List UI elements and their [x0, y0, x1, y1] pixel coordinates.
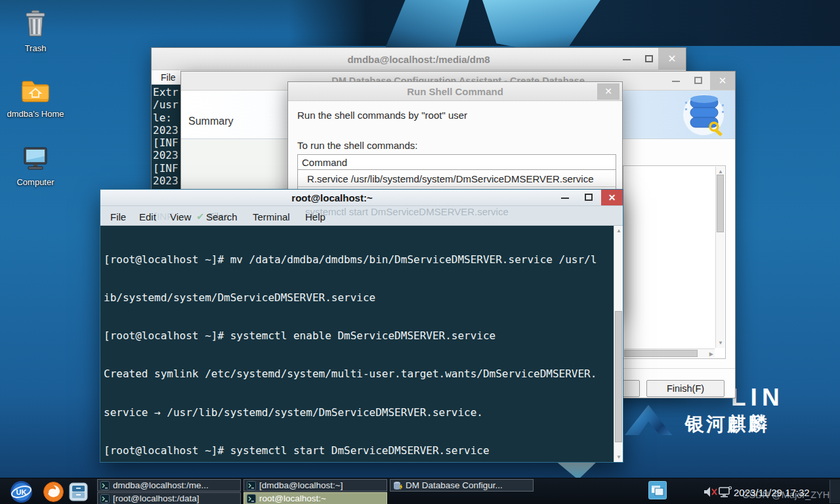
- terminal-line: service → /usr/lib/systemd/system/DmServ…: [104, 406, 614, 419]
- home-folder-icon: [20, 77, 51, 104]
- window-switcher-icon[interactable]: [648, 481, 667, 499]
- terminal-icon: [247, 494, 256, 503]
- ghost-check-icon: ✔: [196, 211, 205, 222]
- terminal-line: [root@localhost ~]# systemctl enable DmS…: [104, 329, 614, 342]
- menu-help[interactable]: Help: [305, 211, 326, 222]
- computer-icon: [20, 146, 51, 172]
- taskbar-item-label: DM Database Configur...: [406, 480, 503, 490]
- trash-icon: [21, 9, 50, 38]
- minimize-icon[interactable]: [623, 59, 631, 60]
- taskbar-item-root-terminal-active[interactable]: root@localhost:~: [243, 492, 387, 504]
- terminal-line: ib/systemd/system/DmServiceDMSERVER.serv…: [104, 291, 614, 304]
- close-button[interactable]: ✕: [601, 190, 623, 205]
- summary-textarea[interactable]: ▲ ▼ ▶: [623, 165, 726, 359]
- show-desktop-button[interactable]: [830, 480, 840, 503]
- menu-view[interactable]: View: [170, 211, 191, 222]
- minimize-icon[interactable]: [672, 81, 680, 82]
- svg-text:UK: UK: [16, 488, 27, 496]
- kylin-brand-text: LIN: [731, 384, 784, 411]
- firefox-icon[interactable]: [43, 482, 64, 502]
- desktop-icon-label: Computer: [5, 177, 66, 187]
- start-menu-button[interactable]: UK: [10, 480, 33, 503]
- menu-terminal[interactable]: Terminal: [253, 211, 290, 222]
- menu-file[interactable]: File: [110, 211, 126, 222]
- scroll-down-icon[interactable]: ▼: [616, 454, 621, 460]
- terminal-output[interactable]: [root@localhost ~]# mv /data/dmdba/dmdbm…: [100, 226, 614, 462]
- taskbar: UK dmdba@localhost:/me...: [0, 478, 840, 504]
- command-row[interactable]: R.service /usr/lib/systemd/system/DmServ…: [298, 171, 616, 187]
- desktop: LIN 银河麒麟 Trash dmdba's Home Co: [0, 0, 840, 504]
- vertical-scrollbar[interactable]: ▲ ▼: [614, 226, 623, 462]
- scroll-down-icon[interactable]: ▼: [718, 340, 723, 346]
- close-button[interactable]: ✕: [597, 83, 620, 100]
- maximize-icon[interactable]: [645, 55, 653, 62]
- close-button[interactable]: ✕: [710, 72, 735, 90]
- window-title: root@localhost:~: [100, 192, 564, 203]
- close-button[interactable]: ✕: [658, 48, 686, 70]
- scrollbar-thumb[interactable]: [717, 175, 724, 232]
- command-column-header: Command: [298, 155, 616, 170]
- taskbar-item-label: [dmdba@localhost:~]: [259, 480, 343, 490]
- kylin-brand-chinese: 银河麒麟: [685, 411, 769, 438]
- wizard-step-title: Summary: [188, 116, 233, 127]
- menu-file[interactable]: File: [161, 72, 176, 83]
- run-shell-intro: Run the shell commands by "root" user: [297, 110, 467, 121]
- horizontal-scrollbar[interactable]: ▶: [624, 348, 715, 358]
- titlebar[interactable]: Run Shell Command ✕: [288, 82, 622, 101]
- maximize-icon[interactable]: [585, 194, 593, 201]
- desktop-icon-label: Trash: [5, 43, 66, 53]
- scroll-up-icon[interactable]: ▲: [718, 169, 723, 175]
- titlebar[interactable]: dmdba@localhost:/media/dm8 ✕: [152, 48, 686, 70]
- ghost-text: systemctl start DmServiceDMSERVER.servic…: [305, 206, 509, 217]
- database-illustration: [671, 93, 728, 137]
- window-title: Run Shell Command: [288, 86, 622, 97]
- taskbar-item-label: dmdba@localhost:/me...: [113, 480, 209, 490]
- taskbar-item-dmdba-media[interactable]: dmdba@localhost:/me...: [97, 479, 241, 492]
- taskbar-item-root-data[interactable]: [root@localhost:/data]: [97, 492, 241, 504]
- scroll-up-icon[interactable]: ▲: [616, 228, 621, 234]
- scrollbar-thumb[interactable]: [615, 311, 622, 442]
- menu-search[interactable]: Search: [206, 211, 238, 222]
- maximize-icon[interactable]: [694, 77, 702, 84]
- menubar: [INF ✔ Files systemctl start DmServiceDM…: [100, 206, 623, 226]
- terminal-line: [root@localhost ~]# systemctl start DmSe…: [104, 444, 614, 457]
- window-title: dmdba@localhost:/media/dm8: [152, 54, 686, 65]
- desktop-icon-home[interactable]: dmdba's Home: [5, 77, 66, 119]
- desktop-icon-trash[interactable]: Trash: [5, 9, 66, 53]
- minimize-icon[interactable]: [561, 198, 569, 199]
- vertical-scrollbar[interactable]: ▲ ▼: [715, 167, 724, 348]
- scrollbar-thumb[interactable]: [624, 350, 698, 357]
- desktop-icon-computer[interactable]: Computer: [5, 146, 66, 187]
- terminal-icon: [247, 481, 256, 490]
- file-manager-icon[interactable]: [69, 482, 88, 501]
- taskbar-item-dbca[interactable]: DM Database Configur...: [390, 479, 534, 492]
- taskbar-item-label: [root@localhost:/data]: [113, 494, 200, 503]
- scroll-right-icon[interactable]: ▶: [709, 351, 713, 357]
- dm-database-icon: [393, 481, 402, 490]
- terminal-icon: [100, 481, 110, 490]
- clock[interactable]: 2023/11/29 17:32: [734, 487, 810, 498]
- volume-muted-icon[interactable]: [704, 486, 718, 497]
- menu-edit[interactable]: Edit: [139, 211, 156, 222]
- finish-button[interactable]: Finish(F): [646, 380, 724, 397]
- window-root-terminal: root@localhost:~ ✕ [INF ✔ Files systemct…: [100, 189, 623, 463]
- taskbar-item-label: root@localhost:~: [259, 494, 326, 503]
- terminal-icon: [100, 494, 110, 503]
- titlebar[interactable]: root@localhost:~ ✕: [100, 190, 623, 206]
- taskbar-item-dmdba-home[interactable]: [dmdba@localhost:~]: [243, 479, 387, 492]
- run-shell-prompt: To run the shell commands:: [297, 140, 417, 151]
- network-icon[interactable]: [718, 486, 732, 498]
- terminal-line: [root@localhost ~]# mv /data/dmdba/dmdbm…: [104, 253, 614, 266]
- desktop-icon-label: dmdba's Home: [5, 109, 66, 119]
- terminal-line: Created symlink /etc/systemd/system/mult…: [104, 368, 614, 380]
